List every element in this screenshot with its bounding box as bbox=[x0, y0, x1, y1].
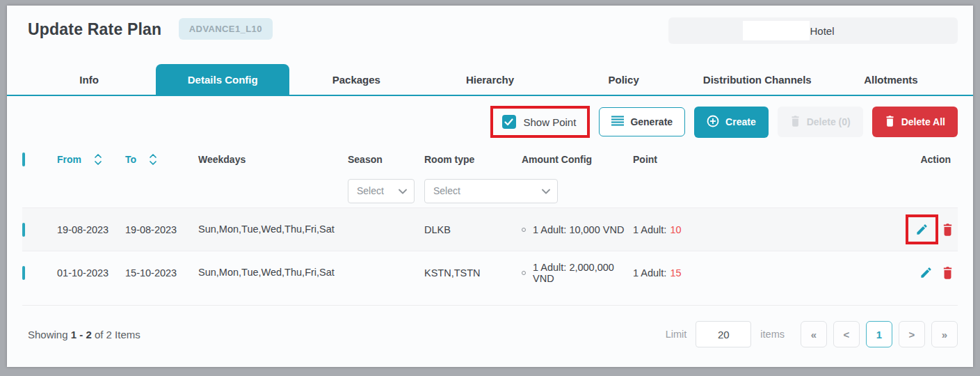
prev-page-button[interactable]: < bbox=[833, 321, 860, 347]
hotel-name-redacted-block bbox=[743, 21, 810, 40]
to-date: 15-10-2023 bbox=[125, 267, 198, 279]
limit-input[interactable] bbox=[696, 321, 751, 347]
table-filter-row: Select Select bbox=[22, 174, 958, 207]
table-header-row: From To Weekdays Season Room type Amount… bbox=[22, 145, 958, 174]
point-value-cell: 1 Adult:15 bbox=[633, 267, 765, 279]
create-label: Create bbox=[725, 116, 756, 127]
hotel-selector-content: Hotel bbox=[743, 21, 834, 40]
from-date: 01-10-2023 bbox=[57, 267, 125, 279]
amount-config-value: 1 Adult: 2,000,000 VND bbox=[522, 262, 633, 284]
room-type-filter-select[interactable]: Select bbox=[424, 179, 558, 203]
pagination-controls: Limit items « < 1 > » bbox=[666, 321, 958, 347]
toolbar: Show Point Generate Create Delete (0) De bbox=[7, 96, 973, 145]
point-value: 15 bbox=[670, 267, 681, 279]
pencil-icon bbox=[915, 223, 929, 236]
delete-row-button[interactable] bbox=[942, 223, 954, 236]
trash-icon bbox=[790, 115, 801, 129]
rate-plan-code-badge: ADVANCE1_L10 bbox=[179, 18, 273, 40]
generate-label: Generate bbox=[630, 116, 673, 127]
season-filter-placeholder: Select bbox=[357, 185, 384, 196]
point-value-cell: 1 Adult:10 bbox=[633, 224, 765, 235]
tab-packages[interactable]: Packages bbox=[289, 64, 423, 95]
delete-all-label: Delete All bbox=[901, 116, 945, 127]
hotel-label: Hotel bbox=[810, 25, 834, 37]
room-type-filter-placeholder: Select bbox=[433, 185, 460, 196]
point-value: 10 bbox=[670, 224, 681, 235]
show-point-label: Show Point bbox=[524, 116, 577, 128]
page-header: Update Rate Plan ADVANCE1_L10 Hotel bbox=[7, 6, 973, 52]
edit-button[interactable] bbox=[915, 223, 929, 236]
pager: « < 1 > » bbox=[801, 321, 958, 347]
tab-details-config[interactable]: Details Config bbox=[156, 64, 289, 95]
delete-selected-label: Delete (0) bbox=[807, 116, 851, 127]
trash-icon bbox=[885, 115, 895, 129]
amount-config-value: 1 Adult: 10,000 VND bbox=[522, 224, 633, 235]
trash-icon bbox=[942, 223, 954, 236]
sort-icon[interactable] bbox=[94, 153, 102, 166]
delete-selected-button[interactable]: Delete (0) bbox=[778, 107, 863, 137]
column-header-point: Point bbox=[633, 154, 765, 165]
weekdays-value: Sun,Mon,Tue,Wed,Thu,Fri,Sat bbox=[198, 265, 341, 280]
sort-icon[interactable] bbox=[149, 153, 157, 166]
column-header-to[interactable]: To bbox=[125, 153, 198, 166]
page-title: Update Rate Plan bbox=[28, 20, 161, 39]
show-point-checkbox[interactable] bbox=[502, 115, 516, 129]
limit-label: Limit bbox=[666, 329, 687, 340]
table-row: 19-08-2023 19-08-2023 Sun,Mon,Tue,Wed,Th… bbox=[22, 207, 958, 251]
tab-allotments[interactable]: Allotments bbox=[824, 64, 958, 95]
season-filter-select[interactable]: Select bbox=[348, 179, 415, 203]
select-all-checkbox[interactable] bbox=[22, 152, 25, 166]
table-row: 01-10-2023 15-10-2023 Sun,Mon,Tue,Wed,Th… bbox=[22, 251, 958, 294]
weekdays-value: Sun,Mon,Tue,Wed,Thu,Fri,Sat bbox=[198, 222, 341, 237]
showing-range: 1 - 2 bbox=[71, 329, 92, 340]
rate-plan-card: Update Rate Plan ADVANCE1_L10 Hotel Info… bbox=[7, 6, 973, 367]
generate-button[interactable]: Generate bbox=[599, 107, 685, 136]
edit-button[interactable] bbox=[919, 266, 933, 279]
bullet-icon bbox=[522, 271, 526, 275]
pencil-icon bbox=[919, 266, 933, 279]
column-header-room-type: Room type bbox=[424, 154, 522, 165]
delete-all-button[interactable]: Delete All bbox=[872, 107, 958, 137]
column-header-season: Season bbox=[348, 154, 424, 165]
trash-icon bbox=[942, 266, 954, 279]
row-actions bbox=[765, 214, 958, 244]
list-lines-icon bbox=[611, 116, 624, 128]
chevron-down-icon bbox=[542, 185, 550, 196]
from-date: 19-08-2023 bbox=[57, 224, 125, 235]
last-page-button[interactable]: » bbox=[931, 321, 958, 347]
to-date: 19-08-2023 bbox=[125, 224, 198, 235]
next-page-button[interactable]: > bbox=[899, 321, 925, 347]
tab-distribution-channels[interactable]: Distribution Channels bbox=[691, 64, 824, 95]
column-header-from[interactable]: From bbox=[57, 153, 125, 166]
plus-circle-icon bbox=[707, 115, 719, 130]
tab-policy[interactable]: Policy bbox=[557, 64, 691, 95]
bullet-icon bbox=[522, 228, 526, 232]
showing-summary: Showing 1 - 2 of 2 Items bbox=[28, 329, 140, 340]
delete-row-button[interactable] bbox=[942, 266, 954, 279]
create-button[interactable]: Create bbox=[694, 107, 769, 138]
column-header-amount-config: Amount Config bbox=[522, 154, 633, 165]
row-checkbox[interactable] bbox=[22, 266, 25, 280]
first-page-button[interactable]: « bbox=[801, 321, 827, 347]
point-label: 1 Adult: bbox=[633, 224, 666, 235]
edit-annotation-box bbox=[906, 214, 938, 244]
room-type-value: DLKB bbox=[424, 224, 522, 235]
hotel-selector[interactable]: Hotel bbox=[668, 17, 958, 44]
tab-info[interactable]: Info bbox=[22, 64, 156, 95]
row-checkbox[interactable] bbox=[22, 223, 25, 237]
column-header-weekdays: Weekdays bbox=[198, 154, 348, 165]
items-label: items bbox=[760, 329, 785, 340]
room-type-value: KSTN,TSTN bbox=[424, 267, 522, 279]
chevron-down-icon bbox=[399, 185, 407, 196]
tab-hierarchy[interactable]: Hierarchy bbox=[423, 64, 556, 95]
check-icon bbox=[504, 118, 513, 126]
tab-bar: Info Details Config Packages Hierarchy P… bbox=[7, 64, 973, 96]
row-actions bbox=[765, 266, 958, 279]
rate-details-table: From To Weekdays Season Room type Amount… bbox=[7, 145, 973, 294]
page-1-button[interactable]: 1 bbox=[866, 321, 892, 347]
point-label: 1 Adult: bbox=[633, 267, 666, 279]
table-footer: Showing 1 - 2 of 2 Items Limit items « <… bbox=[7, 306, 973, 347]
column-header-action: Action bbox=[765, 154, 958, 165]
show-point-annotation-box: Show Point bbox=[490, 106, 591, 138]
